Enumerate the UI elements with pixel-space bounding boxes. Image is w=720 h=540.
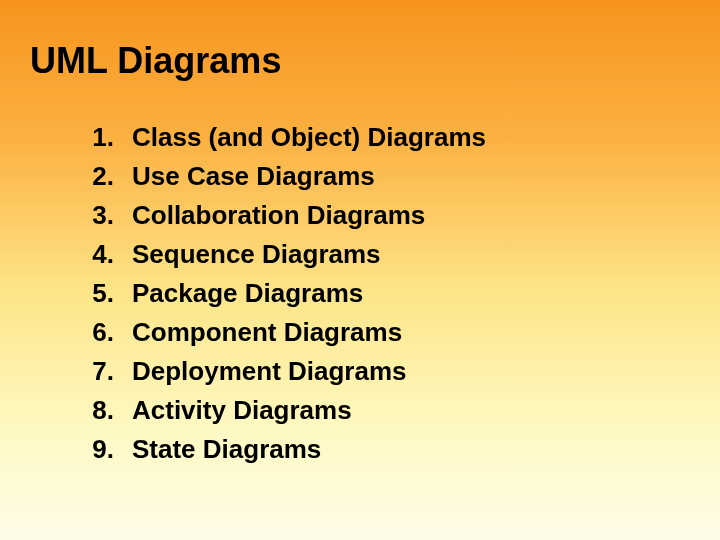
- list-item: 8. Activity Diagrams: [90, 395, 690, 426]
- list-item: 7. Deployment Diagrams: [90, 356, 690, 387]
- list-text: Class (and Object) Diagrams: [132, 122, 690, 153]
- list-number: 8.: [90, 395, 132, 426]
- list-item: 6. Component Diagrams: [90, 317, 690, 348]
- diagram-list: 1. Class (and Object) Diagrams 2. Use Ca…: [30, 122, 690, 465]
- list-text: Collaboration Diagrams: [132, 200, 690, 231]
- list-text: Sequence Diagrams: [132, 239, 690, 270]
- list-number: 9.: [90, 434, 132, 465]
- list-item: 9. State Diagrams: [90, 434, 690, 465]
- list-text: Component Diagrams: [132, 317, 690, 348]
- list-number: 6.: [90, 317, 132, 348]
- list-text: Deployment Diagrams: [132, 356, 690, 387]
- list-item: 2. Use Case Diagrams: [90, 161, 690, 192]
- list-number: 5.: [90, 278, 132, 309]
- list-text: Activity Diagrams: [132, 395, 690, 426]
- list-number: 4.: [90, 239, 132, 270]
- list-item: 1. Class (and Object) Diagrams: [90, 122, 690, 153]
- list-item: 5. Package Diagrams: [90, 278, 690, 309]
- list-number: 1.: [90, 122, 132, 153]
- list-text: Use Case Diagrams: [132, 161, 690, 192]
- list-text: Package Diagrams: [132, 278, 690, 309]
- list-item: 3. Collaboration Diagrams: [90, 200, 690, 231]
- list-item: 4. Sequence Diagrams: [90, 239, 690, 270]
- slide-title: UML Diagrams: [30, 40, 690, 82]
- list-number: 2.: [90, 161, 132, 192]
- list-number: 3.: [90, 200, 132, 231]
- slide: UML Diagrams 1. Class (and Object) Diagr…: [0, 0, 720, 540]
- list-number: 7.: [90, 356, 132, 387]
- list-text: State Diagrams: [132, 434, 690, 465]
